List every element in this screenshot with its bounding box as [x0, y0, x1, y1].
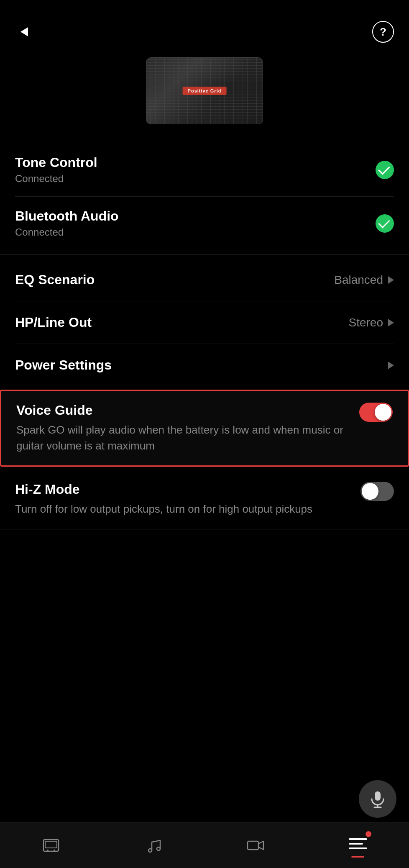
voice-guide-description: Spark GO will play audio when the batter… — [16, 422, 349, 454]
svg-point-8 — [157, 847, 160, 850]
voice-guide-toggle-container — [359, 403, 393, 422]
device-image-area: Positive Grid — [0, 51, 409, 143]
svg-rect-4 — [45, 841, 57, 848]
voice-guide-toggle-knob — [375, 404, 391, 421]
eq-scenario-item[interactable]: EQ Scenario Balanced — [15, 259, 394, 301]
hiz-mode-toggle-knob — [362, 483, 378, 500]
tone-control-status: Connected — [15, 173, 97, 185]
hp-line-out-item[interactable]: HP/Line Out Stereo — [15, 301, 394, 344]
settings-section: EQ Scenario Balanced HP/Line Out Stereo … — [0, 259, 409, 386]
power-settings-right — [388, 362, 394, 369]
voice-guide-toggle[interactable] — [359, 403, 393, 422]
section-divider — [0, 254, 409, 254]
menu-badge — [366, 831, 371, 837]
bluetooth-audio-connected-icon — [376, 214, 394, 233]
hiz-mode-description: Turn off for low output pickups, turn on… — [15, 501, 350, 517]
hp-line-out-right: Stereo — [349, 316, 394, 329]
power-settings-chevron-icon — [388, 362, 394, 369]
voice-guide-text: Voice Guide Spark GO will play audio whe… — [16, 403, 359, 454]
tone-control-item[interactable]: Tone Control Connected — [15, 143, 394, 197]
svg-point-7 — [148, 849, 152, 852]
power-settings-item[interactable]: Power Settings — [15, 344, 394, 386]
svg-point-6 — [54, 850, 55, 851]
voice-guide-title: Voice Guide — [16, 403, 349, 418]
tone-control-label: Tone Control — [15, 155, 97, 170]
hp-line-out-chevron-icon — [388, 319, 394, 326]
hiz-mode-section: Hi-Z Mode Turn off for low output pickup… — [0, 470, 409, 529]
eq-scenario-value: Balanced — [334, 273, 383, 287]
tone-control-connected-icon — [376, 161, 394, 179]
help-button[interactable]: ? — [372, 21, 394, 43]
menu-active-underline — [351, 856, 364, 858]
mic-fab-button[interactable] — [359, 780, 396, 818]
music-icon — [143, 835, 164, 856]
eq-scenario-right: Balanced — [334, 273, 394, 287]
hiz-mode-toggle[interactable] — [360, 482, 394, 501]
svg-rect-9 — [248, 841, 258, 850]
svg-point-5 — [47, 850, 49, 851]
back-chevron-icon — [20, 27, 28, 36]
hiz-mode-text: Hi-Z Mode Turn off for low output pickup… — [15, 482, 360, 517]
voice-guide-header: Voice Guide Spark GO will play audio whe… — [16, 403, 393, 454]
bottom-nav — [0, 822, 409, 868]
nav-item-amp[interactable] — [32, 830, 70, 860]
header: ? — [0, 0, 409, 51]
menu-icon — [347, 833, 369, 855]
nav-item-menu[interactable] — [339, 829, 377, 862]
mic-icon — [368, 790, 387, 808]
power-settings-label: Power Settings — [15, 357, 112, 373]
bluetooth-audio-status: Connected — [15, 226, 119, 238]
connection-section: Tone Control Connected Bluetooth Audio C… — [0, 143, 409, 250]
back-button[interactable] — [15, 23, 33, 41]
eq-scenario-label: EQ Scenario — [15, 272, 95, 288]
device-image: Positive Grid — [146, 57, 263, 124]
hiz-mode-title: Hi-Z Mode — [15, 482, 350, 497]
hiz-mode-header: Hi-Z Mode Turn off for low output pickup… — [15, 482, 394, 517]
amp-icon — [40, 835, 62, 856]
hp-line-out-label: HP/Line Out — [15, 315, 92, 330]
nav-item-music[interactable] — [134, 830, 173, 860]
video-icon — [245, 835, 266, 856]
eq-scenario-chevron-icon — [388, 276, 394, 284]
device-brand-label: Positive Grid — [183, 87, 227, 95]
bluetooth-audio-label: Bluetooth Audio — [15, 208, 119, 224]
hp-line-out-value: Stereo — [349, 316, 383, 329]
svg-rect-0 — [375, 791, 381, 801]
hiz-mode-toggle-container — [360, 482, 394, 501]
nav-item-video[interactable] — [236, 830, 275, 860]
bluetooth-audio-info: Bluetooth Audio Connected — [15, 208, 119, 238]
tone-control-info: Tone Control Connected — [15, 155, 97, 185]
bluetooth-audio-item[interactable]: Bluetooth Audio Connected — [15, 197, 394, 250]
voice-guide-section: Voice Guide Spark GO will play audio whe… — [0, 390, 409, 467]
hamburger-lines-icon — [349, 838, 367, 849]
